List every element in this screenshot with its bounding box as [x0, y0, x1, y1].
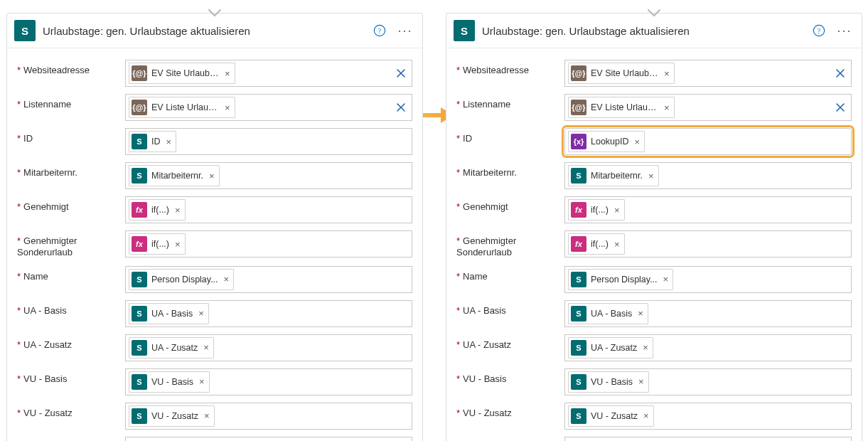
card-more-button[interactable]: ···: [395, 23, 415, 38]
param-input[interactable]: SUA - Zusatz×: [125, 334, 412, 361]
required-asterisk-icon: *: [456, 305, 460, 316]
help-button[interactable]: ?: [370, 22, 388, 40]
dynamic-content-token[interactable]: fxif(...)×: [568, 233, 625, 255]
dynamic-content-token[interactable]: SVU - Zusatz×: [568, 405, 654, 427]
token-remove-icon[interactable]: ×: [614, 205, 620, 216]
dynamic-content-token[interactable]: SPerson Display...×: [129, 269, 234, 290]
token-remove-icon[interactable]: ×: [638, 308, 643, 319]
param-input[interactable]: [564, 437, 852, 442]
param-input[interactable]: SMitarbeiternr.×: [564, 162, 852, 189]
param-input[interactable]: {@}EV Liste Urlaub...×: [564, 94, 852, 121]
token-remove-icon[interactable]: ×: [203, 342, 209, 353]
token-remove-icon[interactable]: ×: [663, 274, 669, 285]
dynamic-content-token[interactable]: SUA - Zusatz×: [568, 337, 653, 358]
dynamic-content-token[interactable]: fxif(...)×: [129, 233, 186, 255]
token-remove-icon[interactable]: ×: [199, 376, 205, 387]
dynamic-content-token[interactable]: SVU - Basis×: [129, 371, 210, 393]
param-input[interactable]: fxif(...)×: [564, 230, 852, 257]
param-input[interactable]: SUA - Basis×: [564, 300, 852, 327]
card-body: *Websiteadresse{@}EV Site Urlaubs...×*Li…: [7, 48, 422, 441]
clear-button[interactable]: [393, 65, 409, 81]
dynamic-content-token[interactable]: SVU - Zusatz×: [129, 405, 215, 427]
param-input[interactable]: SVU - Basis×: [564, 368, 852, 395]
param-row: Person Claims: [456, 437, 852, 442]
token-label: UA - Zusatz: [151, 343, 198, 353]
dynamic-content-token[interactable]: fxif(...)×: [129, 199, 186, 220]
param-row: *NameSPerson Display...×: [456, 266, 852, 293]
param-input[interactable]: SVU - Zusatz×: [564, 403, 852, 430]
required-asterisk-icon: *: [17, 408, 21, 418]
dynamic-content-token[interactable]: {@}EV Site Urlaubs...×: [129, 63, 235, 84]
token-remove-icon[interactable]: ×: [664, 102, 670, 113]
card-more-button[interactable]: ···: [835, 23, 854, 38]
param-input[interactable]: SUA - Zusatz×: [564, 334, 852, 361]
param-row: *VU - BasisSVU - Basis×: [456, 368, 852, 395]
token-remove-icon[interactable]: ×: [664, 68, 670, 79]
param-input[interactable]: SMitarbeiternr.×: [125, 162, 412, 189]
token-remove-icon[interactable]: ×: [643, 342, 648, 353]
token-type-icon: S: [571, 408, 586, 424]
dynamic-content-token[interactable]: {@}EV Liste Urlaub...×: [129, 97, 235, 118]
clear-button[interactable]: [832, 100, 848, 115]
svg-text:?: ?: [377, 27, 380, 35]
dynamic-content-token[interactable]: SID×: [129, 131, 176, 152]
token-remove-icon[interactable]: ×: [204, 410, 210, 421]
dynamic-content-token[interactable]: {@}EV Site Urlaubs...×: [568, 63, 675, 84]
token-type-icon: S: [132, 340, 147, 356]
param-input[interactable]: SID×: [125, 128, 412, 155]
param-input[interactable]: fxif(...)×: [125, 196, 412, 223]
param-input[interactable]: fxif(...)×: [125, 230, 412, 257]
param-label: *Websiteadresse: [456, 60, 564, 76]
param-input[interactable]: SVU - Basis×: [125, 368, 412, 395]
token-remove-icon[interactable]: ×: [635, 137, 641, 147]
token-label: Person Display...: [591, 275, 658, 285]
flow-arrow-in-icon: [648, 9, 660, 19]
token-remove-icon[interactable]: ×: [198, 308, 204, 319]
card-title: Urlaubstage: gen. Urlaubstage aktualisie…: [482, 25, 803, 37]
param-input[interactable]: {@}EV Site Urlaubs...×: [564, 60, 852, 87]
token-type-icon: S: [571, 306, 586, 322]
token-remove-icon[interactable]: ×: [643, 410, 649, 421]
token-type-icon: S: [571, 272, 586, 287]
clear-button[interactable]: [832, 65, 848, 81]
clear-button[interactable]: [393, 100, 409, 115]
dynamic-content-token[interactable]: SUA - Basis×: [129, 303, 209, 324]
param-input[interactable]: {@}EV Liste Urlaub...×: [125, 94, 412, 121]
token-type-icon: S: [132, 374, 147, 390]
dynamic-content-token[interactable]: SPerson Display...×: [568, 269, 673, 290]
param-input[interactable]: SUA - Basis×: [125, 300, 412, 327]
help-button[interactable]: ?: [810, 22, 827, 40]
dynamic-content-token[interactable]: SMitarbeiternr.×: [568, 165, 659, 186]
param-input[interactable]: [125, 437, 412, 442]
token-remove-icon[interactable]: ×: [224, 274, 230, 285]
param-label: *Genehmigter Sonderurlaub: [17, 230, 125, 259]
token-remove-icon[interactable]: ×: [166, 137, 172, 147]
token-remove-icon[interactable]: ×: [209, 171, 215, 181]
param-input[interactable]: {@}EV Site Urlaubs...×: [125, 60, 412, 87]
dynamic-content-token[interactable]: SUA - Zusatz×: [129, 337, 214, 358]
token-remove-icon[interactable]: ×: [175, 205, 181, 216]
param-input[interactable]: SVU - Zusatz×: [125, 403, 412, 430]
dynamic-content-token[interactable]: SVU - Basis×: [568, 371, 649, 393]
token-type-icon: S: [132, 306, 147, 322]
param-label: *Websiteadresse: [17, 60, 125, 76]
param-input[interactable]: SPerson Display...×: [125, 266, 412, 293]
token-label: EV Liste Urlaub...: [591, 102, 658, 112]
param-input[interactable]: SPerson Display...×: [564, 266, 852, 293]
param-input[interactable]: fxif(...)×: [564, 196, 852, 223]
token-remove-icon[interactable]: ×: [648, 171, 654, 181]
token-remove-icon[interactable]: ×: [614, 239, 620, 250]
dynamic-content-token[interactable]: SUA - Basis×: [568, 303, 648, 324]
dynamic-content-token[interactable]: SMitarbeiternr.×: [129, 165, 220, 186]
token-remove-icon[interactable]: ×: [225, 68, 230, 79]
param-label: *Genehmigt: [456, 196, 564, 213]
token-type-icon: fx: [132, 236, 147, 252]
token-remove-icon[interactable]: ×: [225, 102, 230, 113]
param-input[interactable]: {x}LookupID×: [564, 128, 852, 155]
dynamic-content-token[interactable]: {x}LookupID×: [568, 131, 645, 152]
param-row: *UA - ZusatzSUA - Zusatz×: [17, 334, 412, 361]
dynamic-content-token[interactable]: {@}EV Liste Urlaub...×: [568, 97, 675, 118]
dynamic-content-token[interactable]: fxif(...)×: [568, 199, 625, 220]
token-remove-icon[interactable]: ×: [175, 239, 181, 250]
token-remove-icon[interactable]: ×: [638, 376, 644, 387]
